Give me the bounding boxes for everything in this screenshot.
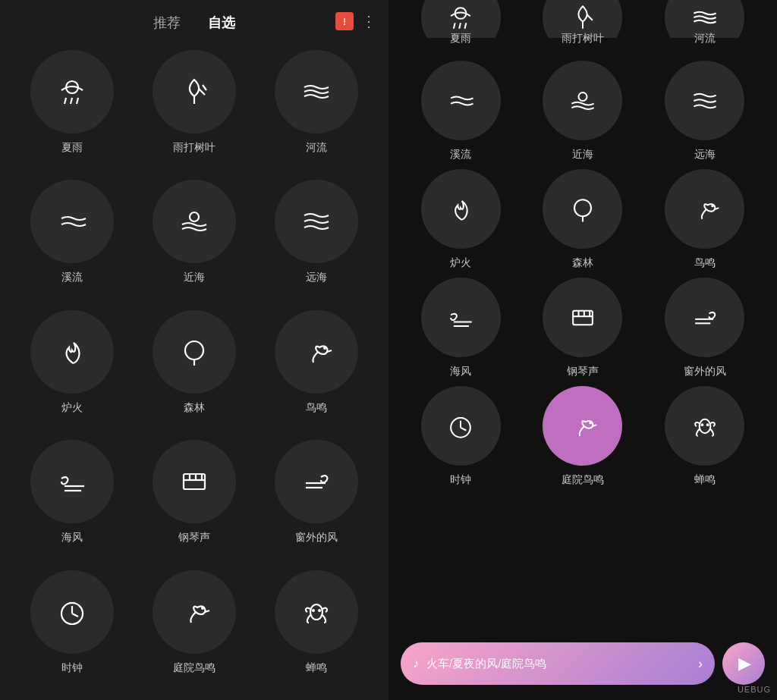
sound-circle-hai-feng <box>30 440 114 523</box>
list-item[interactable]: 蝉鸣 <box>259 570 373 692</box>
list-item[interactable]: 远海 <box>259 180 373 302</box>
sound-label: 河流 <box>647 32 762 46</box>
sound-circle <box>421 386 501 466</box>
sound-label: 近海 <box>572 148 593 162</box>
sound-label: 雨打树叶 <box>173 141 215 155</box>
sound-circle <box>543 169 622 249</box>
list-item[interactable]: 炉火 <box>404 169 518 270</box>
svg-line-2 <box>71 98 72 104</box>
right-panel: 夏雨 雨打树叶 河流 溪流 近海 <box>388 0 777 700</box>
svg-line-27 <box>587 14 592 20</box>
sound-label: 远海 <box>694 148 716 162</box>
sound-circle-gang-qin <box>153 440 236 523</box>
play-button[interactable]: ▶ <box>722 642 765 685</box>
svg-line-4 <box>199 89 205 95</box>
list-item[interactable]: 时钟 <box>15 570 130 692</box>
list-item[interactable]: 鸟鸣 <box>259 310 373 432</box>
list-item[interactable]: 夏雨 <box>15 50 130 172</box>
svg-point-43 <box>700 423 703 426</box>
sound-circle-xi-liu <box>30 180 114 263</box>
sound-label: 窗外的风 <box>684 365 726 378</box>
sound-label: 时钟 <box>450 473 471 487</box>
sound-label: 钢琴声 <box>178 531 210 545</box>
sound-circle-jin-hai <box>153 180 236 263</box>
sound-circle-chuang-wai <box>275 440 358 523</box>
more-icon[interactable]: ⋮ <box>361 12 376 30</box>
svg-point-9 <box>323 347 326 350</box>
list-item[interactable]: 近海 <box>137 180 252 302</box>
alert-icon[interactable]: ! <box>335 12 354 30</box>
list-item[interactable]: 时钟 <box>404 386 518 487</box>
svg-point-31 <box>711 204 714 207</box>
sound-circle-yuan-hai <box>275 180 358 263</box>
sound-circle <box>665 61 744 140</box>
sound-circle-ting-yuan <box>153 570 236 654</box>
list-item[interactable]: 河流 <box>259 50 373 172</box>
list-item[interactable]: 鸟鸣 <box>647 169 762 270</box>
header-icons: ! ⋮ <box>335 12 376 30</box>
sound-circle-niao-ming <box>275 310 358 394</box>
svg-point-44 <box>706 423 709 426</box>
svg-point-29 <box>574 199 591 216</box>
now-playing-arrow-icon: › <box>698 656 703 672</box>
list-item[interactable]: 森林 <box>137 310 252 432</box>
list-item[interactable]: 近海 <box>526 61 640 162</box>
list-item[interactable]: 钢琴声 <box>137 440 252 562</box>
sound-label: 鸟鸣 <box>694 256 716 270</box>
list-item[interactable]: 蝉鸣 <box>647 386 762 487</box>
left-panel: 推荐 自选 ! ⋮ 夏雨 <box>0 0 388 700</box>
svg-point-41 <box>589 421 592 424</box>
svg-line-3 <box>77 98 78 104</box>
list-item[interactable]: 窗外的风 <box>647 278 762 378</box>
list-item[interactable]: 森林 <box>526 169 640 270</box>
svg-line-25 <box>459 23 461 28</box>
sound-circle-chan-ming <box>275 570 358 654</box>
svg-point-21 <box>312 609 315 612</box>
sound-label: 时钟 <box>61 661 83 675</box>
watermark: UEBUG <box>738 685 771 694</box>
sound-label: 夏雨 <box>404 32 518 46</box>
sound-circle-lu-huo <box>30 310 114 394</box>
svg-point-7 <box>185 341 203 359</box>
list-item[interactable]: 海风 <box>404 278 518 378</box>
svg-line-24 <box>454 23 455 28</box>
svg-point-28 <box>578 93 587 101</box>
list-item[interactable]: 远海 <box>647 61 762 162</box>
now-playing-bar[interactable]: ♪ 火车/夏夜的风/庭院鸟鸣 › <box>401 642 715 685</box>
list-item[interactable]: 溪流 <box>404 61 518 162</box>
tab-custom[interactable]: 自选 <box>202 11 241 35</box>
sound-label: 海风 <box>61 531 83 545</box>
list-item[interactable]: 窗外的风 <box>259 440 373 562</box>
svg-point-22 <box>318 609 321 612</box>
sound-circle <box>421 169 501 249</box>
list-item[interactable]: 海风 <box>15 440 130 562</box>
list-item[interactable]: 溪流 <box>15 180 130 302</box>
sound-label: 鸟鸣 <box>306 401 327 415</box>
sound-circle <box>421 278 501 357</box>
svg-point-42 <box>699 419 710 432</box>
sound-label: 庭院鸟鸣 <box>173 661 215 675</box>
bottom-bar: ♪ 火车/夏夜的风/庭院鸟鸣 › ▶ <box>388 630 777 700</box>
sound-circle-sen-lin <box>153 310 236 394</box>
sound-label: 蝉鸣 <box>306 661 327 675</box>
sound-label: 炉火 <box>450 256 471 270</box>
sound-label: 钢琴声 <box>567 365 599 378</box>
sound-circle-he-liu <box>275 50 358 133</box>
list-item[interactable]: 雨打树叶 <box>137 50 252 172</box>
left-sound-grid: 夏雨 雨打树叶 河流 <box>0 42 388 700</box>
tab-recommend[interactable]: 推荐 <box>147 11 187 35</box>
svg-point-19 <box>201 607 204 610</box>
sound-label: 近海 <box>184 271 205 284</box>
list-item[interactable]: 庭院鸟鸣 <box>137 570 252 692</box>
sound-label: 窗外的风 <box>295 531 338 545</box>
sound-circle <box>665 169 744 249</box>
sound-label: 庭院鸟鸣 <box>562 473 604 487</box>
list-item[interactable]: 庭院鸟鸣 <box>526 386 640 487</box>
sound-circle <box>665 386 744 466</box>
sound-label: 森林 <box>184 401 205 415</box>
sound-circle-xia-yu <box>30 50 114 133</box>
list-item[interactable]: 钢琴声 <box>526 278 640 378</box>
list-item[interactable]: 炉火 <box>15 310 130 432</box>
svg-point-20 <box>310 604 322 620</box>
sound-circle <box>543 278 622 357</box>
